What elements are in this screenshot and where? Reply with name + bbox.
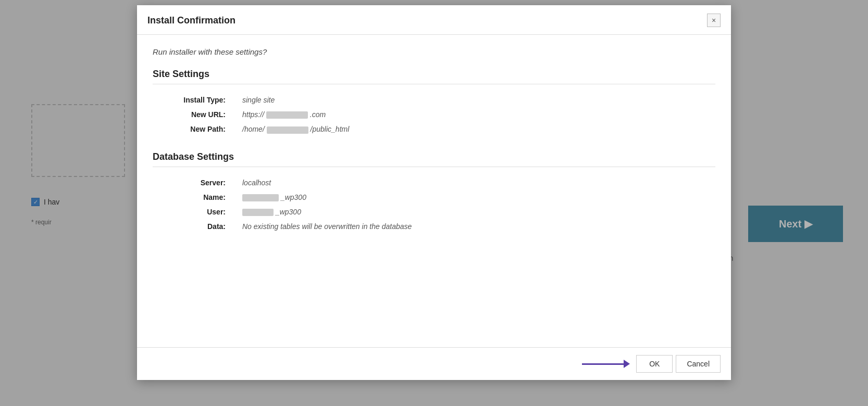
install-type-label: Install Type: <box>153 93 236 107</box>
table-row: New Path: /home/ /public_html <box>153 122 715 136</box>
modal-footer: OK Cancel <box>137 347 731 380</box>
server-label: Server: <box>153 175 236 190</box>
arrow-indicator <box>582 360 630 368</box>
site-settings-section: Site Settings Install Type: single site … <box>153 69 715 137</box>
db-user-redacted <box>242 209 274 216</box>
db-name-label: Name: <box>153 190 236 205</box>
database-settings-table: Server: localhost Name: _wp300 User: <box>153 175 715 234</box>
modal-close-button[interactable]: × <box>707 14 721 27</box>
arrow-shaft <box>582 363 624 365</box>
modal-body: Run installer with these settings? Site … <box>137 35 731 347</box>
cancel-button[interactable]: Cancel <box>676 355 721 373</box>
url-redacted <box>266 111 308 119</box>
db-user-label: User: <box>153 205 236 219</box>
db-data-label: Data: <box>153 219 236 234</box>
server-value: localhost <box>236 175 715 190</box>
db-name-redacted <box>242 194 279 201</box>
arrow-head <box>624 360 630 368</box>
database-settings-title: Database Settings <box>153 151 715 167</box>
db-data-value: No existing tables will be overwritten i… <box>236 219 715 234</box>
site-settings-title: Site Settings <box>153 69 715 84</box>
db-user-value: _wp300 <box>236 205 715 219</box>
new-path-value: /home/ /public_html <box>236 122 715 136</box>
table-row: Name: _wp300 <box>153 190 715 205</box>
table-row: Install Type: single site <box>153 93 715 107</box>
table-row: User: _wp300 <box>153 205 715 219</box>
install-confirmation-modal: Install Confirmation × Run installer wit… <box>137 5 731 380</box>
site-settings-table: Install Type: single site New URL: https… <box>153 93 715 137</box>
modal-header: Install Confirmation × <box>137 5 731 35</box>
new-url-value: https:// .com <box>236 107 715 122</box>
path-redacted <box>267 126 308 134</box>
db-name-value: _wp300 <box>236 190 715 205</box>
table-row: Data: No existing tables will be overwri… <box>153 219 715 234</box>
database-settings-section: Database Settings Server: localhost Name… <box>153 151 715 234</box>
new-url-label: New URL: <box>153 107 236 122</box>
table-row: Server: localhost <box>153 175 715 190</box>
new-path-label: New Path: <box>153 122 236 136</box>
modal-overlay: Install Confirmation × Run installer wit… <box>0 0 868 406</box>
table-row: New URL: https:// .com <box>153 107 715 122</box>
run-installer-text: Run installer with these settings? <box>153 47 715 56</box>
ok-button[interactable]: OK <box>636 355 673 373</box>
modal-title: Install Confirmation <box>147 15 235 26</box>
install-type-value: single site <box>236 93 715 107</box>
